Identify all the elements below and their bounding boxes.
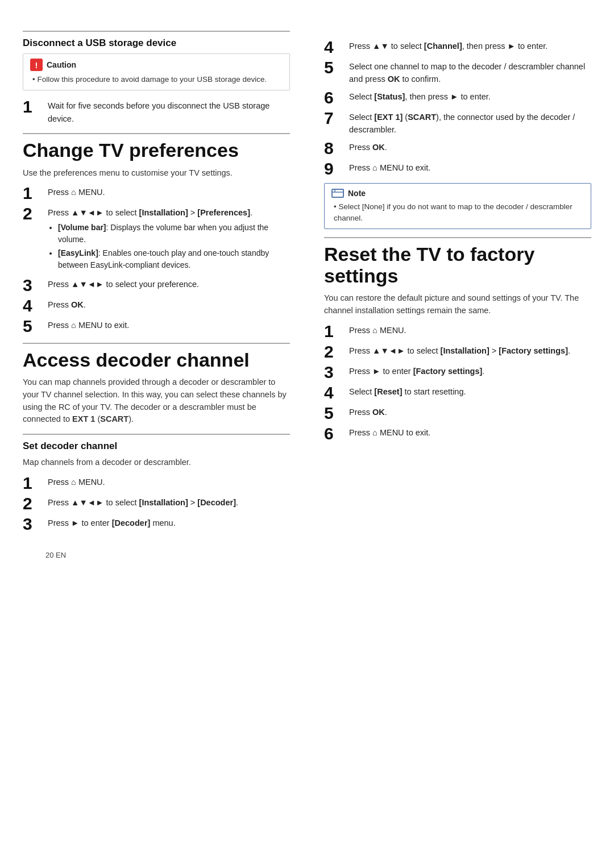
section2-rule <box>23 133 290 134</box>
step-number: 7 <box>324 110 345 127</box>
caution-header: ! Caution <box>30 59 283 71</box>
step-item: 1 Press ⌂ MENU. <box>324 323 591 340</box>
step-item: 5 Press ⌂ MENU to exit. <box>23 318 290 335</box>
step-item: 3 Press ► to enter [Factory settings]. <box>324 364 591 381</box>
section1-title: Disconnect a USB storage device <box>23 38 290 49</box>
step-number: 5 <box>324 59 345 76</box>
step-number: 5 <box>23 318 43 335</box>
section2-intro: Use the preferences menu to customise yo… <box>23 167 290 180</box>
left-column: Disconnect a USB storage device ! Cautio… <box>23 23 301 538</box>
step-text: Press ▲▼◄► to select [Installation] > [D… <box>48 495 238 509</box>
section4-steps: 1 Press ⌂ MENU. 2 Press ▲▼◄► to select [… <box>324 323 591 442</box>
step-text: Press OK. <box>349 405 387 418</box>
step-number: 1 <box>23 185 43 202</box>
step-item: 1 Press ⌂ MENU. <box>23 185 290 202</box>
step-number: 5 <box>324 405 345 422</box>
section1-rule <box>23 31 290 32</box>
section4-rule <box>324 237 591 238</box>
step-number: 3 <box>23 516 43 533</box>
step-item: 8 Press OK. <box>324 140 591 157</box>
subsection-rule <box>23 434 290 435</box>
step-text: Press ⌂ MENU. <box>48 475 105 488</box>
section3-intro: You can map channels provided through a … <box>23 376 290 426</box>
svg-rect-0 <box>332 189 343 197</box>
step-number: 2 <box>23 495 43 512</box>
step-number: 1 <box>324 323 345 340</box>
note-body: • Select [None] if you do not want to ma… <box>331 201 584 225</box>
caution-body: • Follow this procedure to avoid damage … <box>30 74 283 85</box>
section3-rule <box>23 343 290 344</box>
step-text: Press OK. <box>48 297 86 311</box>
step-number: 6 <box>324 89 345 106</box>
step-number: 9 <box>324 160 345 177</box>
subsection-steps: 1 Press ⌂ MENU. 2 Press ▲▼◄► to select [… <box>23 475 290 533</box>
step-number: 1 <box>23 98 43 115</box>
step-item: 7 Select [EXT 1] (SCART), the connector … <box>324 110 591 136</box>
step-text: Press ⌂ MENU to exit. <box>349 160 430 174</box>
caution-label: Caution <box>47 60 76 69</box>
page-footer: 20 EN <box>45 551 614 559</box>
step-item: 1 Wait for five seconds before you disco… <box>23 98 290 125</box>
step-text: Press ▲▼◄► to select [Installation] > [P… <box>48 205 290 273</box>
section2-title: Change TV preferences <box>23 140 290 161</box>
caution-box: ! Caution • Follow this procedure to avo… <box>23 53 290 90</box>
step-item: 2 Press ▲▼◄► to select [Installation] > … <box>23 495 290 512</box>
step-text: Press ⌂ MENU. <box>349 323 406 337</box>
sub-list: [Volume bar]: Displays the volume bar wh… <box>58 222 290 271</box>
step-number: 4 <box>23 297 43 314</box>
note-header: Note <box>331 188 584 198</box>
step-text: Press ► to enter [Factory settings]. <box>349 364 484 377</box>
step-text: Press ► to enter [Decoder] menu. <box>48 516 176 529</box>
step-item: 6 Press ⌂ MENU to exit. <box>324 425 591 442</box>
section4-intro: You can restore the default picture and … <box>324 292 591 317</box>
note-label: Note <box>348 189 366 198</box>
step-text: Press ▲▼ to select [Channel], then press… <box>349 39 547 52</box>
section3-cont-steps: 4 Press ▲▼ to select [Channel], then pre… <box>324 39 591 177</box>
step-item: 2 Press ▲▼◄► to select [Installation] > … <box>23 205 290 273</box>
step-text: Select one channel to map to the decoder… <box>349 59 591 86</box>
step-item: 1 Press ⌂ MENU. <box>23 475 290 492</box>
section2-steps: 1 Press ⌂ MENU. 2 Press ▲▼◄► to select [… <box>23 185 290 334</box>
step-item: 3 Press ► to enter [Decoder] menu. <box>23 516 290 533</box>
step-text: Press ▲▼◄► to select your preference. <box>48 277 199 290</box>
step-number: 4 <box>324 39 345 56</box>
step-number: 6 <box>324 425 345 442</box>
step-item: 5 Press OK. <box>324 405 591 422</box>
step-item: 4 Press OK. <box>23 297 290 314</box>
note-icon <box>331 188 344 198</box>
sub-item: [Volume bar]: Displays the volume bar wh… <box>58 222 290 246</box>
step-item: 9 Press ⌂ MENU to exit. <box>324 160 591 177</box>
section3-title: Access decoder channel <box>23 350 290 371</box>
step-item: 3 Press ▲▼◄► to select your preference. <box>23 277 290 294</box>
step-number: 3 <box>23 277 43 294</box>
step-number: 1 <box>23 475 43 492</box>
sub-item: [EasyLink]: Enables one-touch play and o… <box>58 247 290 271</box>
step-number: 4 <box>324 384 345 401</box>
caution-icon: ! <box>30 59 43 71</box>
right-column: 4 Press ▲▼ to select [Channel], then pre… <box>318 23 591 538</box>
subsection-intro: Map channels from a decoder or descrambl… <box>23 456 290 469</box>
step-item: 4 Select [Reset] to start resetting. <box>324 384 591 401</box>
step-item: 5 Select one channel to map to the decod… <box>324 59 591 86</box>
step-item: 2 Press ▲▼◄► to select [Installation] > … <box>324 343 591 360</box>
step-number: 2 <box>23 205 43 222</box>
step-item: 6 Select [Status], then press ► to enter… <box>324 89 591 106</box>
step-text: Wait for five seconds before you disconn… <box>48 98 290 125</box>
subsection-title: Set decoder channel <box>23 441 290 452</box>
step-text: Select [Status], then press ► to enter. <box>349 89 491 103</box>
step-text: Select [EXT 1] (SCART), the connector us… <box>349 110 591 136</box>
section1-steps: 1 Wait for five seconds before you disco… <box>23 98 290 125</box>
step-number: 8 <box>324 140 345 157</box>
step-number: 3 <box>324 364 345 381</box>
section4-title: Reset the TV to factory settings <box>324 244 591 286</box>
step-item: 4 Press ▲▼ to select [Channel], then pre… <box>324 39 591 56</box>
note-box: Note • Select [None] if you do not want … <box>324 183 591 230</box>
step-text: Select [Reset] to start resetting. <box>349 384 466 398</box>
step-text: Press OK. <box>349 140 387 153</box>
step-text: Press ⌂ MENU to exit. <box>48 318 129 331</box>
step-text: Press ⌂ MENU to exit. <box>349 425 430 439</box>
step-number: 2 <box>324 343 345 360</box>
step-text: Press ▲▼◄► to select [Installation] > [F… <box>349 343 570 357</box>
step-text: Press ⌂ MENU. <box>48 185 105 198</box>
